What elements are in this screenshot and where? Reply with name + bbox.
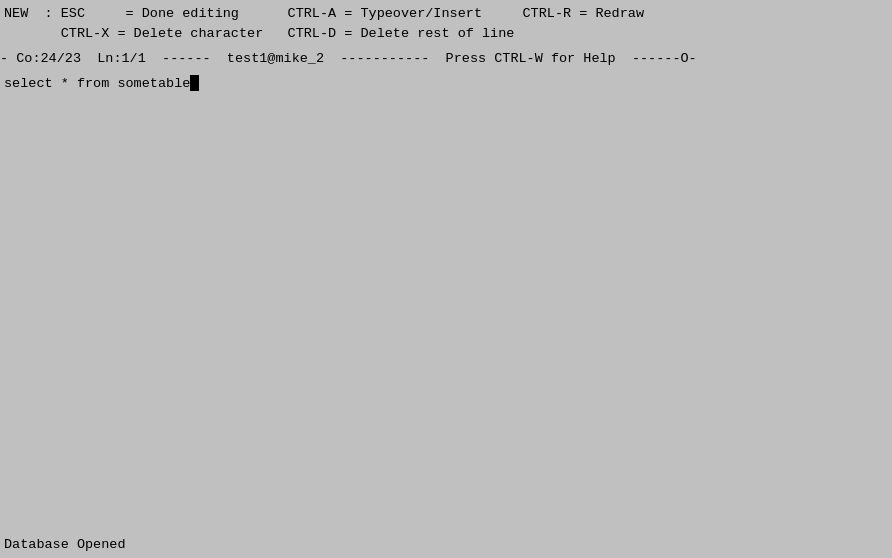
help-line-1: NEW : ESC = Done editing CTRL-A = Typeov…	[0, 0, 892, 24]
status-bar: - Co:24/23 Ln:1/1 ------ test1@mike_2 --…	[0, 47, 892, 71]
text-cursor	[190, 75, 199, 91]
editor-content: select * from sometable	[4, 76, 190, 91]
terminal-window: NEW : ESC = Done editing CTRL-A = Typeov…	[0, 0, 892, 558]
help-line-2: CTRL-X = Delete character CTRL-D = Delet…	[0, 24, 892, 44]
bottom-status: Database Opened	[4, 537, 126, 552]
editor-area[interactable]: select * from sometable	[0, 73, 892, 95]
